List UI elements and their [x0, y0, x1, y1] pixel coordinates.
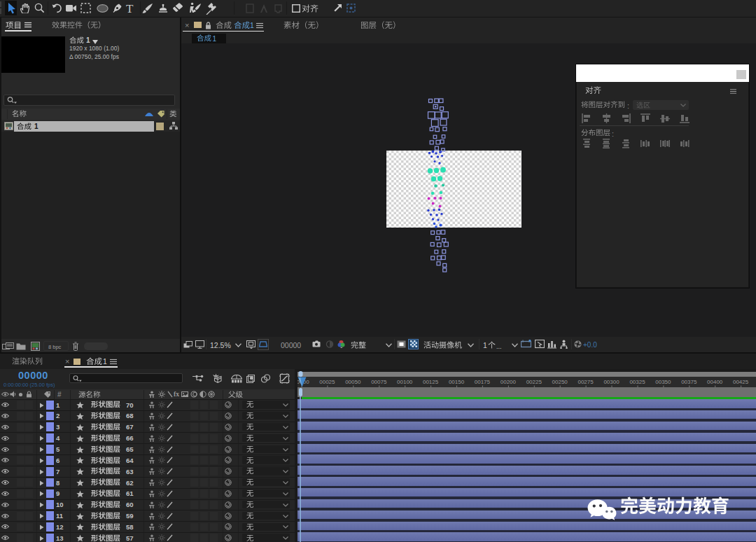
- svg-text:00075: 00075: [371, 378, 387, 384]
- svg-text:00350: 00350: [655, 378, 671, 384]
- svg-text:00325: 00325: [629, 378, 645, 384]
- svg-text:00225: 00225: [526, 378, 542, 384]
- svg-text:00425: 00425: [733, 378, 749, 384]
- svg-text:00150: 00150: [449, 378, 465, 384]
- svg-text:00400: 00400: [707, 378, 723, 384]
- svg-text:00300: 00300: [603, 378, 620, 384]
- svg-text:00100: 00100: [397, 378, 413, 384]
- svg-text:00375: 00375: [681, 378, 697, 384]
- svg-text:00050: 00050: [345, 378, 361, 384]
- svg-text:00175: 00175: [475, 378, 491, 384]
- svg-text:00275: 00275: [578, 378, 594, 384]
- svg-text:00125: 00125: [423, 378, 439, 384]
- svg-text:00025: 00025: [319, 378, 335, 384]
- svg-text:00200: 00200: [500, 378, 517, 384]
- svg-text:00250: 00250: [552, 378, 568, 384]
